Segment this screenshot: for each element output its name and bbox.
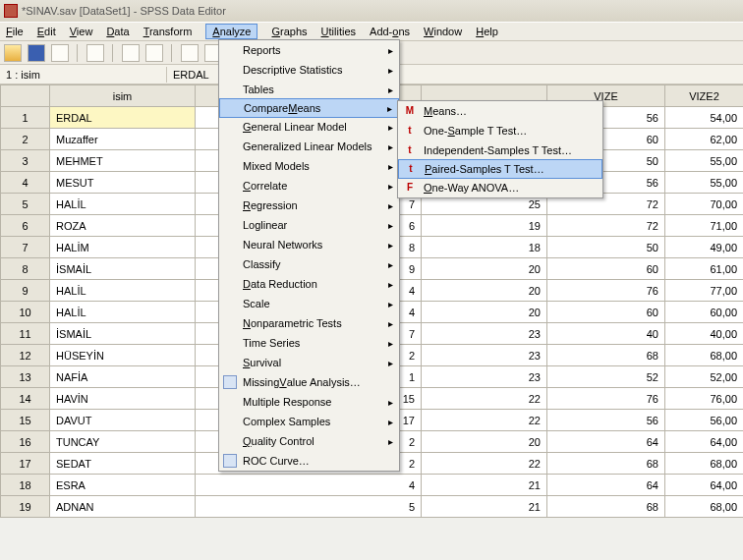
corner-header[interactable] [1, 85, 50, 107]
cell-isim[interactable]: NAFİA [50, 366, 196, 388]
cell-vize[interactable]: 64 [547, 475, 665, 496]
analyze-item[interactable]: Data Reduction [219, 274, 399, 294]
cell-vize[interactable]: 76 [547, 388, 665, 410]
row-header[interactable]: 15 [1, 410, 50, 431]
col-header-isim[interactable]: isim [50, 85, 196, 107]
menu-edit[interactable]: Edit [37, 26, 56, 37]
cell-vize[interactable]: 60 [547, 258, 665, 280]
analyze-item[interactable]: Quality Control [219, 431, 399, 451]
cell-isim[interactable]: DAVUT [50, 410, 196, 431]
cell-vize[interactable]: 76 [547, 280, 665, 302]
cell-vize[interactable]: 52 [547, 366, 665, 388]
cell-vize2[interactable]: 56,00 [665, 410, 744, 431]
cell-vize2[interactable]: 55,00 [665, 150, 744, 172]
cell-n1[interactable]: 21 [422, 496, 547, 518]
cell-n1[interactable]: 22 [422, 388, 547, 410]
compare-means-item[interactable]: FOne-Way ANOVA… [398, 178, 602, 197]
save-icon[interactable] [28, 44, 45, 62]
cell-vize2[interactable]: 52,00 [665, 366, 744, 388]
cell-n1[interactable]: 21 [422, 475, 547, 496]
cell-n1[interactable]: 20 [422, 302, 547, 323]
cell-n1[interactable]: 20 [422, 280, 547, 302]
cell-vize[interactable]: 68 [547, 453, 665, 475]
cell-vize2[interactable]: 64,00 [665, 475, 744, 496]
compare-means-item[interactable]: tPaired-Samples T Test… [398, 159, 602, 179]
analyze-item[interactable]: Nonparametric Tests [219, 313, 399, 333]
row-header[interactable]: 16 [1, 431, 50, 453]
cell-isim[interactable]: MEHMET [50, 150, 196, 172]
analyze-item[interactable]: Complex Samples [219, 412, 399, 431]
cell-n1[interactable]: 23 [422, 366, 547, 388]
cell-isim[interactable]: MESUT [50, 172, 196, 194]
cell-vize2[interactable]: 71,00 [665, 215, 744, 237]
cell-n1[interactable]: 22 [422, 410, 547, 431]
cell-isim[interactable]: İSMAİL [50, 323, 196, 345]
menu-addons[interactable]: Add-ons [370, 26, 410, 37]
cell-vize[interactable]: 72 [547, 215, 665, 237]
row-header[interactable]: 2 [1, 129, 50, 150]
analyze-item[interactable]: Regression [219, 196, 399, 215]
analyze-item[interactable]: Compare Means [219, 98, 399, 118]
row-header[interactable]: 10 [1, 302, 50, 323]
cell-n1[interactable]: 23 [422, 345, 547, 366]
analyze-item[interactable]: Descriptive Statistics [219, 60, 399, 80]
cell-n1[interactable]: 22 [422, 453, 547, 475]
cell-vize[interactable]: 50 [547, 237, 665, 258]
row-header[interactable]: 14 [1, 388, 50, 410]
cell-vize[interactable]: 60 [547, 302, 665, 323]
cell-isim[interactable]: HALİM [50, 237, 196, 258]
row-header[interactable]: 3 [1, 150, 50, 172]
analyze-item[interactable]: Tables [219, 80, 399, 99]
row-header[interactable]: 19 [1, 496, 50, 518]
cell-isim[interactable]: ERDAL [50, 107, 196, 129]
cell-isim[interactable]: HAVİN [50, 388, 196, 410]
cell-isim[interactable]: Muzaffer [50, 129, 196, 150]
menu-graphs[interactable]: Graphs [271, 26, 307, 37]
analyze-item[interactable]: Survival [219, 353, 399, 372]
cell-vize2[interactable]: 70,00 [665, 194, 744, 215]
analyze-item[interactable]: Generalized Linear Models [219, 137, 399, 156]
cell-vize[interactable]: 68 [547, 496, 665, 518]
row-header[interactable]: 1 [1, 107, 50, 129]
row-header[interactable]: 18 [1, 475, 50, 496]
dialog-recall-icon[interactable] [86, 44, 104, 62]
cell-isim[interactable]: HALİL [50, 280, 196, 302]
analyze-item[interactable]: Multiple Response [219, 392, 399, 412]
cell-vize2[interactable]: 64,00 [665, 431, 744, 453]
cell-isim[interactable]: HÜSEYİN [50, 345, 196, 366]
cell-vize[interactable]: 56 [547, 410, 665, 431]
cell-n1[interactable]: 19 [422, 215, 547, 237]
row-header[interactable]: 5 [1, 194, 50, 215]
analyze-item[interactable]: Loglinear [219, 215, 399, 235]
cell-vize2[interactable]: 68,00 [665, 496, 744, 518]
compare-means-item[interactable]: MMeans… [398, 101, 602, 121]
compare-means-item[interactable]: tIndependent-Samples T Test… [398, 140, 602, 160]
cell-vize2[interactable]: 55,00 [665, 172, 744, 194]
cell-n1[interactable]: 18 [422, 237, 547, 258]
cell-vize[interactable]: 68 [547, 345, 665, 366]
cell-n1[interactable]: 20 [422, 431, 547, 453]
analyze-item[interactable]: Scale [219, 294, 399, 313]
cell-vize[interactable]: 40 [547, 323, 665, 345]
row-header[interactable]: 8 [1, 258, 50, 280]
menu-file[interactable]: File [6, 26, 24, 37]
undo-icon[interactable] [122, 44, 140, 62]
cell-isim[interactable]: ROZA [50, 215, 196, 237]
row-header[interactable]: 12 [1, 345, 50, 366]
cell-vize2[interactable]: 61,00 [665, 258, 744, 280]
menu-analyze[interactable]: Analyze [205, 24, 257, 39]
print-icon[interactable] [51, 44, 69, 62]
cell-isim[interactable]: HALİL [50, 302, 196, 323]
analyze-item[interactable]: Neural Networks [219, 235, 399, 254]
analyze-item[interactable]: Correlate [219, 176, 399, 196]
analyze-item[interactable]: ROC Curve… [219, 451, 399, 471]
cell-n1[interactable]: 20 [422, 258, 547, 280]
row-header[interactable]: 17 [1, 453, 50, 475]
cell-vize2[interactable]: 68,00 [665, 345, 744, 366]
menu-transform[interactable]: Transform [143, 26, 193, 37]
cell-isim[interactable]: ADNAN [50, 496, 196, 518]
cell-isim[interactable]: TUNCAY [50, 431, 196, 453]
cell-vize2[interactable]: 54,00 [665, 107, 744, 129]
row-header[interactable]: 4 [1, 172, 50, 194]
row-header[interactable]: 6 [1, 215, 50, 237]
